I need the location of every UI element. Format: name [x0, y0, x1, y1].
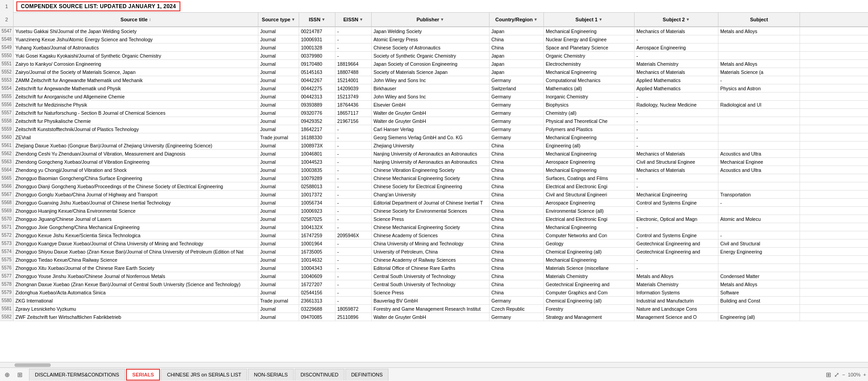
table-row[interactable]: 5559 Zeitschrift Kunststofftechnik/Journ… [0, 125, 868, 133]
cell-source-title[interactable]: ZEVrail [14, 133, 258, 141]
cell-source-title[interactable]: Zairyo to Kankyo/ Corrosion Engineering [14, 60, 258, 68]
cell-source-title[interactable]: Zhongguo Youse Jinshu Xuebao/Chinese Jou… [14, 272, 258, 280]
table-row[interactable]: 5570 Zhongguo Jiguang/Chinese Journal of… [0, 215, 868, 223]
col-header-subject2[interactable]: Subject 2 ▼ [635, 13, 718, 26]
cell-source-title[interactable]: Zeitschrift fur Anorganische und Allgeme… [14, 93, 258, 100]
col-header-source-title[interactable]: Source title ↕ [14, 13, 258, 26]
table-row[interactable]: 5567 Zhongguo Gonglu Xuebao/China Journa… [0, 190, 868, 199]
cell-source-title[interactable]: Zeitschrift Kunststofftechnik/Journal of… [14, 125, 258, 133]
table-row[interactable]: 5572 Zhongguo Kexue Jishu Kexue/Scientia… [0, 231, 868, 239]
col-header-eissn[interactable]: EISSN ▼ [335, 13, 372, 26]
cell-source-title[interactable]: Zhongguo Gonglu Xuebao/China Journal of … [14, 190, 258, 198]
table-row[interactable]: 5582 ZWF Zeitschrift fuer Wirtschaftlich… [0, 313, 868, 321]
table-row[interactable]: 5576 Zhongguo Xitu Xuebao/Journal of the… [0, 264, 868, 272]
table-row[interactable]: 5554 Zeitschrift fur Angewandte Mathemat… [0, 84, 868, 93]
col-header-issn[interactable]: ISSN ▼ [299, 13, 335, 26]
table-row[interactable]: 5574 Zhongguo Shiyou Daxue Xuebao (Ziran… [0, 248, 868, 256]
filter-icon-issn[interactable]: ▼ [321, 17, 325, 22]
filter-icon-subject2[interactable]: ▼ [686, 17, 690, 22]
table-row[interactable]: 5564 Zhendong yu Chongji/Journal of Vibr… [0, 166, 868, 174]
cell-source-title[interactable]: Zhongguo Huanjing Kexue/China Environmen… [14, 207, 258, 215]
horizontal-scrollbar[interactable] [0, 362, 868, 367]
cell-source-title[interactable]: Zhongnan Daxue Xuebao (Ziran Kexue Ban)/… [14, 280, 258, 288]
table-row[interactable]: 5565 Zhongguo Biaomian Gongcheng/China S… [0, 174, 868, 182]
cell-source-title[interactable]: Zhongguo Dianji Gongcheng Xuebao/Proceed… [14, 182, 258, 190]
table-row[interactable]: 5573 Zhongguo Kuangye Daxue Xuebao/Journ… [0, 239, 868, 248]
tab-serials[interactable]: SERIALS [126, 369, 160, 381]
tab-disclaimer[interactable]: DISCLAIMER-TERMS&CONDITIONS [29, 369, 125, 381]
col-header-subject3[interactable]: Subject [718, 13, 800, 26]
cell-source-title[interactable]: Zhendong Ceshi Yu Zhenduan/Journal of Vi… [14, 150, 258, 157]
col-header-publisher[interactable]: Publisher ▼ [372, 13, 490, 26]
cell-source-title[interactable]: Yuhang Xuebao/Journal of Astronautics [14, 44, 258, 51]
cell-source-title[interactable]: Zhongguo Xitu Xuebao/Journal of the Chin… [14, 264, 258, 272]
table-row[interactable]: 5571 Zhongguo Jixie Gongcheng/China Mech… [0, 223, 868, 231]
table-row[interactable]: 5556 Zeitschrift fur Medizinische Physik… [0, 101, 868, 109]
cell-source-title[interactable]: Zhongguo Kexue Jishu Kexue/Scientia Sini… [14, 231, 258, 239]
scrollbar-thumb[interactable] [15, 363, 51, 367]
col-header-country[interactable]: Country/Region ▼ [490, 13, 544, 26]
table-row[interactable]: 5547 Yusetsu Gakkai Shi/Journal of the J… [0, 27, 868, 35]
tab-discontinued[interactable]: DISCONTINUED [295, 369, 344, 381]
filter-icon-subject1[interactable]: ▼ [598, 17, 602, 22]
cell-source-title[interactable]: Zhongguo Jiguang/Chinese Journal of Lase… [14, 215, 258, 223]
zoom-slider[interactable]: + [863, 372, 866, 377]
table-row[interactable]: 5560 ZEVrail Trade journal 16188330 - Ge… [0, 133, 868, 142]
table-row[interactable]: 5575 Zhongguo Tiedao Kexue/China Railway… [0, 256, 868, 264]
table-row[interactable]: 5549 Yuhang Xuebao/Journal of Astronauti… [0, 44, 868, 52]
tab-chinese-jrs[interactable]: CHINESE JRS on SERIALS LIST [161, 369, 247, 381]
cell-source-title[interactable]: Yuki Gosei Kagaku Kyokaishi/Journal of S… [14, 52, 258, 59]
filter-icon-type[interactable]: ▼ [291, 17, 296, 22]
cell-source-title[interactable]: Zhejiang Daxue Xuebao (Gongxue Ban)/Jour… [14, 142, 258, 149]
zoom-minus[interactable]: − [842, 372, 845, 377]
grid-view-icon[interactable]: ⊞ [826, 371, 831, 378]
cell-source-title[interactable]: Zpravy Lesnickeho Vyzkumu [14, 305, 258, 313]
table-row[interactable]: 5552 Zairyo/Journal of the Society of Ma… [0, 68, 868, 76]
cell-source-title[interactable]: ZKG International [14, 297, 258, 304]
cell-source-title[interactable]: Zeitschrift fur Naturforschung - Section… [14, 109, 258, 117]
cell-source-title[interactable]: Zhongguo Tiedao Kexue/China Railway Scie… [14, 256, 258, 264]
cell-source-title[interactable]: Zairyo/Journal of the Society of Materia… [14, 68, 258, 76]
sort-icon[interactable]: ↕ [149, 17, 151, 22]
cell-source-title[interactable]: Zeitschrift fur Angewandte Mathematik un… [14, 84, 258, 92]
data-rows-container[interactable]: 5547 Yusetsu Gakkai Shi/Journal of the J… [0, 27, 868, 362]
add-sheet-icon[interactable]: ⊕ [2, 369, 13, 380]
table-row[interactable]: 5566 Zhongguo Dianji Gongcheng Xuebao/Pr… [0, 182, 868, 190]
tab-definitions[interactable]: DEFINITIONS [345, 369, 389, 381]
cell-source-title[interactable]: Yusetsu Gakkai Shi/Journal of the Japan … [14, 27, 258, 35]
table-row[interactable]: 5580 ZKG International Trade journal 236… [0, 297, 868, 305]
cell-source-title[interactable]: Zhendong yu Chongji/Journal of Vibration… [14, 166, 258, 174]
table-row[interactable]: 5553 ZAMM Zeitschrift fur Angewandte Mat… [0, 76, 868, 84]
cell-source-title[interactable]: Zidonghua Xuebao/Acta Automatica Sinica [14, 288, 258, 296]
cell-source-title[interactable]: Zhongguo Biaomian Gongcheng/China Surfac… [14, 174, 258, 182]
cell-source-title[interactable]: Zhendong Gongcheng Xuebao/Journal of Vib… [14, 158, 258, 166]
cell-source-title[interactable]: ZAMM Zeitschrift fur Angewandte Mathemat… [14, 76, 258, 84]
sheet-nav-icon[interactable]: ⊞ [15, 369, 25, 380]
table-row[interactable]: 5563 Zhendong Gongcheng Xuebao/Journal o… [0, 158, 868, 166]
col-header-source-type[interactable]: Source type ▼ [258, 13, 299, 26]
cell-source-title[interactable]: Zeitschrift fur Medizinische Physik [14, 101, 258, 108]
filter-icon-country[interactable]: ▼ [533, 17, 538, 22]
expand-icon[interactable]: ⤢ [834, 371, 839, 378]
cell-source-title[interactable]: Zeitschrift fur Physikalische Chemie [14, 117, 258, 125]
table-row[interactable]: 5557 Zeitschrift fur Naturforschung - Se… [0, 109, 868, 117]
table-row[interactable]: 5569 Zhongguo Huanjing Kexue/China Envir… [0, 207, 868, 215]
table-row[interactable]: 5550 Yuki Gosei Kagaku Kyokaishi/Journal… [0, 52, 868, 60]
filter-icon-publisher[interactable]: ▼ [440, 17, 444, 22]
table-row[interactable]: 5555 Zeitschrift fur Anorganische und Al… [0, 93, 868, 101]
cell-source-title[interactable]: Zhongguo Shiyou Daxue Xuebao (Ziran Kexu… [14, 248, 258, 255]
col-header-subject1[interactable]: Subject 1 ▼ [544, 13, 635, 26]
table-row[interactable]: 5562 Zhendong Ceshi Yu Zhenduan/Journal … [0, 150, 868, 158]
table-row[interactable]: 5551 Zairyo to Kankyo/ Corrosion Enginee… [0, 60, 868, 68]
table-row[interactable]: 5561 Zhejiang Daxue Xuebao (Gongxue Ban)… [0, 142, 868, 150]
cell-source-title[interactable]: Zhongguo Guanxing Jishu Xuebao/Journal o… [14, 199, 258, 206]
cell-source-title[interactable]: Yuanzineng Kexue Jishu/Atomic Energy Sci… [14, 35, 258, 43]
table-row[interactable]: 5577 Zhongguo Youse Jinshu Xuebao/Chines… [0, 272, 868, 280]
tab-non-serials[interactable]: NON-SERIALS [248, 369, 294, 381]
table-row[interactable]: 5548 Yuanzineng Kexue Jishu/Atomic Energ… [0, 35, 868, 44]
cell-source-title[interactable]: ZWF Zeitschrift fuer Wirtschaftlichen Fa… [14, 313, 258, 321]
cell-source-title[interactable]: Zhongguo Kuangye Daxue Xuebao/Journal of… [14, 239, 258, 247]
table-row[interactable]: 5579 Zidonghua Xuebao/Acta Automatica Si… [0, 288, 868, 297]
table-row[interactable]: 5581 Zpravy Lesnickeho Vyzkumu Journal 0… [0, 305, 868, 313]
table-row[interactable]: 5558 Zeitschrift fur Physikalische Chemi… [0, 117, 868, 125]
